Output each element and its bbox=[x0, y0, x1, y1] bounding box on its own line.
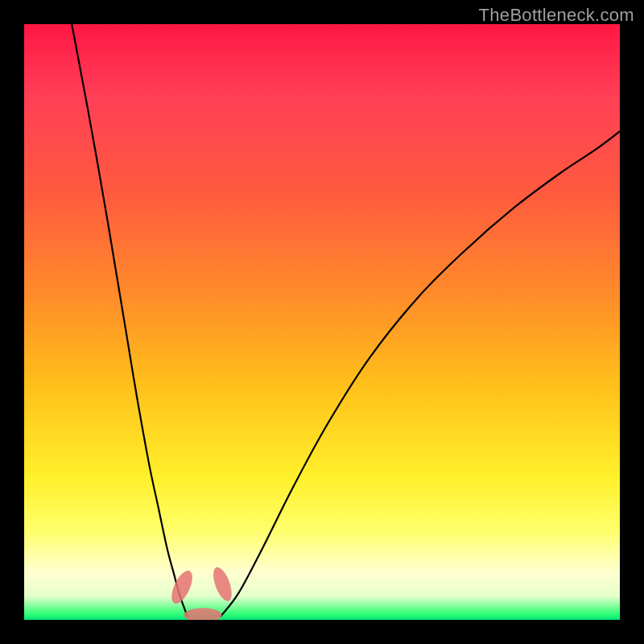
curve-layer bbox=[24, 24, 620, 620]
blob-blob-right bbox=[209, 565, 235, 604]
plot-area bbox=[24, 24, 620, 620]
watermark-text: TheBottleneck.com bbox=[479, 5, 634, 26]
bottleneck-curve-right bbox=[221, 131, 620, 616]
chart-frame: TheBottleneck.com bbox=[0, 0, 644, 644]
bottleneck-curve-left bbox=[72, 24, 188, 617]
blob-blob-mid bbox=[184, 608, 221, 620]
